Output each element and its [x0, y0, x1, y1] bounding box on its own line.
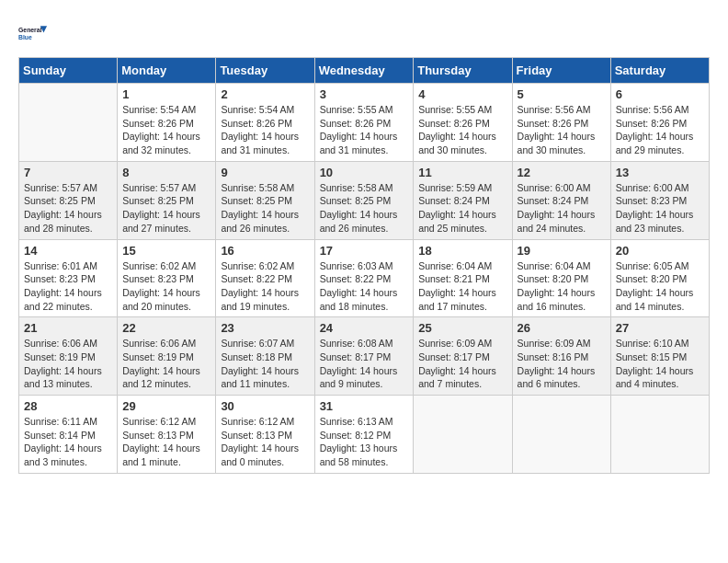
day-number: 12: [518, 166, 606, 179]
day-number: 25: [418, 321, 506, 335]
calendar-cell: 25Sunrise: 6:09 AM Sunset: 8:17 PM Dayli…: [414, 317, 512, 396]
calendar-cell: 31Sunrise: 6:13 AM Sunset: 8:12 PM Dayli…: [314, 396, 414, 474]
calendar-cell: 2Sunrise: 5:54 AM Sunset: 8:26 PM Daylig…: [216, 84, 314, 162]
calendar-week-row: 7Sunrise: 5:57 AM Sunset: 8:25 PM Daylig…: [19, 161, 710, 239]
day-number: 27: [616, 321, 704, 335]
calendar-table: SundayMondayTuesdayWednesdayThursdayFrid…: [18, 57, 710, 474]
day-number: 8: [122, 166, 210, 179]
day-number: 13: [616, 166, 704, 179]
day-number: 18: [418, 244, 506, 258]
header-friday: Friday: [512, 58, 610, 84]
day-number: 20: [616, 244, 704, 258]
header-tuesday: Tuesday: [216, 58, 314, 84]
calendar-cell: 8Sunrise: 5:57 AM Sunset: 8:25 PM Daylig…: [118, 161, 216, 239]
day-info: Sunrise: 5:54 AM Sunset: 8:26 PM Dayligh…: [122, 103, 210, 157]
day-number: 31: [320, 399, 409, 413]
calendar-cell: 26Sunrise: 6:09 AM Sunset: 8:16 PM Dayli…: [512, 317, 610, 396]
day-number: 5: [518, 87, 606, 101]
logo: GeneralBlue: [18, 18, 48, 48]
day-info: Sunrise: 5:56 AM Sunset: 8:26 PM Dayligh…: [616, 103, 704, 157]
calendar-cell: 24Sunrise: 6:08 AM Sunset: 8:17 PM Dayli…: [314, 317, 414, 396]
calendar-week-row: 1Sunrise: 5:54 AM Sunset: 8:26 PM Daylig…: [19, 84, 710, 162]
day-number: 3: [320, 87, 409, 101]
calendar-cell: [512, 396, 610, 474]
calendar-cell: 14Sunrise: 6:01 AM Sunset: 8:23 PM Dayli…: [19, 239, 118, 317]
calendar-cell: 17Sunrise: 6:03 AM Sunset: 8:22 PM Dayli…: [314, 239, 414, 317]
day-info: Sunrise: 6:07 AM Sunset: 8:18 PM Dayligh…: [221, 337, 309, 391]
day-info: Sunrise: 6:12 AM Sunset: 8:13 PM Dayligh…: [221, 415, 309, 469]
header-wednesday: Wednesday: [314, 58, 414, 84]
day-number: 10: [320, 166, 409, 179]
day-number: 7: [24, 166, 112, 179]
calendar-cell: 11Sunrise: 5:59 AM Sunset: 8:24 PM Dayli…: [414, 161, 512, 239]
calendar-cell: 18Sunrise: 6:04 AM Sunset: 8:21 PM Dayli…: [414, 239, 512, 317]
day-info: Sunrise: 5:59 AM Sunset: 8:24 PM Dayligh…: [418, 181, 506, 236]
calendar-cell: 7Sunrise: 5:57 AM Sunset: 8:25 PM Daylig…: [19, 161, 118, 239]
calendar-header-row: SundayMondayTuesdayWednesdayThursdayFrid…: [19, 58, 710, 84]
calendar-cell: 30Sunrise: 6:12 AM Sunset: 8:13 PM Dayli…: [216, 396, 314, 474]
calendar-cell: 13Sunrise: 6:00 AM Sunset: 8:23 PM Dayli…: [610, 161, 709, 239]
day-number: 24: [320, 321, 409, 335]
day-info: Sunrise: 5:54 AM Sunset: 8:26 PM Dayligh…: [221, 103, 309, 157]
svg-text:General: General: [18, 27, 42, 33]
calendar-cell: 12Sunrise: 6:00 AM Sunset: 8:24 PM Dayli…: [512, 161, 610, 239]
calendar-week-row: 28Sunrise: 6:11 AM Sunset: 8:14 PM Dayli…: [19, 396, 710, 474]
header-saturday: Saturday: [610, 58, 709, 84]
day-number: 19: [518, 244, 606, 258]
calendar-cell: 22Sunrise: 6:06 AM Sunset: 8:19 PM Dayli…: [118, 317, 216, 396]
day-info: Sunrise: 6:06 AM Sunset: 8:19 PM Dayligh…: [24, 337, 112, 391]
calendar-cell: 15Sunrise: 6:02 AM Sunset: 8:23 PM Dayli…: [118, 239, 216, 317]
calendar-cell: [19, 84, 118, 162]
day-info: Sunrise: 6:09 AM Sunset: 8:16 PM Dayligh…: [518, 337, 606, 391]
day-number: 21: [24, 321, 112, 335]
svg-text:Blue: Blue: [18, 34, 32, 40]
calendar-cell: 1Sunrise: 5:54 AM Sunset: 8:26 PM Daylig…: [118, 84, 216, 162]
day-number: 29: [122, 399, 210, 413]
calendar-cell: 6Sunrise: 5:56 AM Sunset: 8:26 PM Daylig…: [610, 84, 709, 162]
day-info: Sunrise: 6:09 AM Sunset: 8:17 PM Dayligh…: [418, 337, 506, 391]
calendar-cell: [610, 396, 709, 474]
header: GeneralBlue: [18, 18, 710, 48]
day-number: 9: [221, 166, 309, 179]
day-info: Sunrise: 5:55 AM Sunset: 8:26 PM Dayligh…: [320, 103, 409, 157]
header-monday: Monday: [118, 58, 216, 84]
day-info: Sunrise: 6:00 AM Sunset: 8:24 PM Dayligh…: [518, 181, 606, 236]
day-number: 11: [418, 166, 506, 179]
day-number: 17: [320, 244, 409, 258]
day-info: Sunrise: 6:04 AM Sunset: 8:21 PM Dayligh…: [418, 259, 506, 314]
day-info: Sunrise: 6:01 AM Sunset: 8:23 PM Dayligh…: [24, 259, 112, 314]
calendar-cell: 16Sunrise: 6:02 AM Sunset: 8:22 PM Dayli…: [216, 239, 314, 317]
day-number: 28: [24, 399, 112, 413]
calendar-cell: [414, 396, 512, 474]
day-info: Sunrise: 6:02 AM Sunset: 8:22 PM Dayligh…: [221, 259, 309, 314]
calendar-cell: 4Sunrise: 5:55 AM Sunset: 8:26 PM Daylig…: [414, 84, 512, 162]
day-number: 1: [122, 87, 210, 101]
calendar-cell: 21Sunrise: 6:06 AM Sunset: 8:19 PM Dayli…: [19, 317, 118, 396]
day-number: 30: [221, 399, 309, 413]
header-sunday: Sunday: [19, 58, 118, 84]
day-info: Sunrise: 5:57 AM Sunset: 8:25 PM Dayligh…: [122, 181, 210, 236]
day-number: 15: [122, 244, 210, 258]
day-info: Sunrise: 6:12 AM Sunset: 8:13 PM Dayligh…: [122, 415, 210, 469]
day-number: 23: [221, 321, 309, 335]
day-info: Sunrise: 6:00 AM Sunset: 8:23 PM Dayligh…: [616, 181, 704, 236]
day-info: Sunrise: 5:58 AM Sunset: 8:25 PM Dayligh…: [320, 181, 409, 236]
calendar-cell: 10Sunrise: 5:58 AM Sunset: 8:25 PM Dayli…: [314, 161, 414, 239]
day-info: Sunrise: 6:11 AM Sunset: 8:14 PM Dayligh…: [24, 415, 112, 469]
calendar-cell: 27Sunrise: 6:10 AM Sunset: 8:15 PM Dayli…: [610, 317, 709, 396]
day-info: Sunrise: 6:13 AM Sunset: 8:12 PM Dayligh…: [320, 415, 409, 469]
calendar-cell: 9Sunrise: 5:58 AM Sunset: 8:25 PM Daylig…: [216, 161, 314, 239]
day-number: 6: [616, 87, 704, 101]
day-info: Sunrise: 5:57 AM Sunset: 8:25 PM Dayligh…: [24, 181, 112, 236]
header-thursday: Thursday: [414, 58, 512, 84]
day-number: 16: [221, 244, 309, 258]
calendar-week-row: 14Sunrise: 6:01 AM Sunset: 8:23 PM Dayli…: [19, 239, 710, 317]
calendar-cell: 28Sunrise: 6:11 AM Sunset: 8:14 PM Dayli…: [19, 396, 118, 474]
calendar-cell: 3Sunrise: 5:55 AM Sunset: 8:26 PM Daylig…: [314, 84, 414, 162]
day-number: 4: [418, 87, 506, 101]
day-number: 2: [221, 87, 309, 101]
calendar-cell: 19Sunrise: 6:04 AM Sunset: 8:20 PM Dayli…: [512, 239, 610, 317]
day-info: Sunrise: 5:56 AM Sunset: 8:26 PM Dayligh…: [518, 103, 606, 157]
calendar-cell: 23Sunrise: 6:07 AM Sunset: 8:18 PM Dayli…: [216, 317, 314, 396]
day-info: Sunrise: 5:55 AM Sunset: 8:26 PM Dayligh…: [418, 103, 506, 157]
